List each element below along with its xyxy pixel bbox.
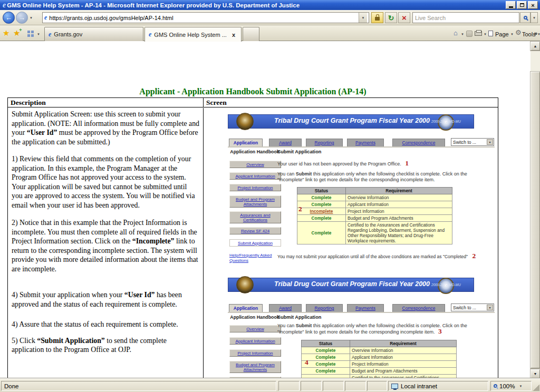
gms-nav-budget-attachments[interactable]: Budget and Program Attachments bbox=[229, 361, 281, 373]
description-paragraph: 1) Review this field that comments on th… bbox=[12, 154, 199, 210]
zoom-dropdown-icon[interactable]: ▼ bbox=[519, 385, 522, 388]
status-cell: Complete bbox=[297, 215, 346, 222]
gms-tab-award[interactable]: Award bbox=[269, 304, 302, 312]
quick-tabs-dropdown-icon[interactable]: ▼ bbox=[37, 33, 40, 36]
print-icon[interactable] bbox=[475, 31, 482, 36]
tab-grants-gov[interactable]: e Grants.gov bbox=[44, 27, 143, 41]
chevron-down-icon[interactable]: ▼ bbox=[487, 139, 493, 145]
close-button[interactable]: × bbox=[528, 1, 538, 9]
security-lock-button[interactable] bbox=[371, 12, 383, 23]
description-paragraph: 5) Click “Submit Application” to send th… bbox=[12, 336, 199, 355]
home-dropdown-icon[interactable]: ▼ bbox=[461, 33, 464, 36]
doj-seal bbox=[236, 276, 254, 293]
computer-icon bbox=[391, 384, 398, 389]
history-dropdown-icon[interactable]: ▼ bbox=[30, 16, 33, 19]
gms-nav-applicant-information[interactable]: Applicant Information bbox=[229, 337, 281, 345]
gms-nav-budget-attachments[interactable]: Budget and Program Attachments bbox=[229, 195, 281, 208]
zoom-control[interactable]: 100% ▼ bbox=[490, 381, 532, 391]
scroll-down-icon[interactable]: ▼ bbox=[531, 369, 540, 378]
gms-tab-correspondence[interactable]: Correspondence bbox=[392, 139, 445, 146]
switch-to-select[interactable]: Switch to ...▼ bbox=[451, 138, 494, 146]
stop-button[interactable]: × bbox=[398, 12, 410, 23]
navigation-bar: ← → ▼ e https://grants.ojp.usdoj.gov/gms… bbox=[0, 10, 540, 25]
search-input[interactable]: Live Search bbox=[412, 12, 519, 23]
gms-nav-project-information[interactable]: Project Information bbox=[229, 184, 281, 191]
tools-menu[interactable]: Tools bbox=[522, 31, 536, 37]
gms-tab-award[interactable]: Award bbox=[269, 139, 302, 146]
scrollbar-thumb[interactable] bbox=[531, 72, 540, 368]
status-cell: Complete bbox=[297, 194, 346, 201]
status-segment bbox=[301, 381, 322, 391]
requirement-header: Requirement bbox=[346, 188, 452, 194]
gms-banner-title: Tribal Drug Court Grant Program Fiscal Y… bbox=[274, 117, 461, 124]
gms-tab-reporting[interactable]: Reporting bbox=[306, 304, 343, 312]
description-paragraph: Submit Application Screen: use this scre… bbox=[12, 110, 199, 146]
requirement-cell: Applicant Information bbox=[346, 201, 452, 208]
restore-button[interactable] bbox=[517, 1, 527, 9]
switch-to-select[interactable]: Switch to ...▼ bbox=[451, 303, 494, 311]
table-row: IncompleteProject Information bbox=[297, 208, 452, 215]
resize-grip[interactable] bbox=[532, 384, 539, 391]
tab-favicon-icon: e bbox=[49, 31, 51, 38]
gms-screenshot-1: Tribal Drug Court Grant Program Fiscal Y… bbox=[228, 114, 498, 272]
page-dropdown-icon[interactable]: ▼ bbox=[510, 33, 514, 36]
gms-tab-payments[interactable]: Payments bbox=[347, 304, 384, 312]
search-dropdown-button[interactable]: ▼ bbox=[531, 12, 538, 23]
url-text[interactable]: https://grants.ojp.usdoj.gov/gmsHelp/AP-… bbox=[49, 15, 359, 21]
screen-cell: Tribal Drug Court Grant Program Fiscal Y… bbox=[204, 108, 498, 392]
toolbar-chevron-icon[interactable]: » bbox=[534, 30, 537, 36]
minimize-button[interactable] bbox=[506, 1, 516, 9]
table-row: CompleteOverview Information bbox=[297, 194, 452, 201]
requirement-cell: Budget and Program Attachments bbox=[350, 368, 457, 375]
gms-tab-application[interactable]: Application bbox=[229, 304, 263, 312]
table-row: CompleteProject Information bbox=[302, 361, 457, 368]
address-bar[interactable]: e https://grants.ojp.usdoj.gov/gmsHelp/A… bbox=[42, 12, 369, 23]
tab-close-icon[interactable]: x bbox=[232, 32, 235, 38]
quick-tabs-icon[interactable] bbox=[27, 31, 34, 37]
gms-nav-submit-application[interactable]: Submit Application bbox=[229, 239, 281, 247]
scroll-up-icon[interactable]: ▲ bbox=[531, 42, 540, 51]
gms-nav-applicant-information[interactable]: Applicant Information bbox=[229, 172, 281, 180]
back-button[interactable]: ← bbox=[3, 12, 15, 24]
table-row: CompleteCertified to the Assurances and … bbox=[297, 222, 452, 244]
application-handbook-label: Application Handbook bbox=[229, 149, 280, 154]
tab-gms-help[interactable]: e GMS Online Help System ... x bbox=[144, 27, 242, 42]
gms-nav-overview[interactable]: Overview bbox=[229, 325, 281, 332]
page-menu[interactable]: Page bbox=[495, 31, 509, 37]
favorites-star-icon[interactable]: ★ bbox=[3, 28, 9, 38]
tab-label: Grants.gov bbox=[54, 31, 82, 37]
annotation-2b: 2 bbox=[472, 252, 476, 260]
gms-nav-project-information[interactable]: Project Information bbox=[229, 349, 281, 357]
gms-nav-assurances-certifications[interactable]: Assurances and Certifications bbox=[229, 211, 281, 223]
annotation-1: 1 bbox=[405, 159, 409, 167]
search-button[interactable] bbox=[520, 12, 531, 23]
new-tab-stub[interactable] bbox=[243, 27, 259, 41]
search-placeholder: Live Search bbox=[415, 15, 446, 21]
gms-nav-overview[interactable]: Overview bbox=[229, 161, 281, 168]
tools-dropdown-icon[interactable]: ▼ bbox=[537, 33, 540, 36]
gms-tab-application[interactable]: Application bbox=[229, 139, 263, 146]
refresh-button[interactable]: ↻ bbox=[385, 12, 397, 23]
gms-tab-payments[interactable]: Payments bbox=[347, 139, 384, 146]
requirement-cell: Project Information bbox=[350, 361, 457, 368]
gear-icon: ⚙ bbox=[515, 29, 522, 36]
forward-button[interactable]: → bbox=[16, 12, 28, 24]
home-icon[interactable]: ⌂ bbox=[454, 30, 458, 37]
address-dropdown-button[interactable]: ▼ bbox=[359, 13, 367, 23]
feeds-icon[interactable] bbox=[466, 31, 472, 37]
gms-nav-review-sf424[interactable]: Review SF 424 bbox=[229, 227, 281, 234]
vertical-scrollbar[interactable]: ▲ ▼ bbox=[531, 42, 540, 378]
chevron-down-icon[interactable]: ▼ bbox=[487, 305, 493, 310]
table-row: CompleteOverview Information bbox=[302, 347, 457, 354]
help-faq-link[interactable]: Help/Frequently Asked Questions bbox=[229, 253, 277, 263]
gms-tab-reporting[interactable]: Reporting bbox=[306, 139, 343, 146]
requirement-cell: Overview Information bbox=[346, 194, 452, 201]
incomplete-link[interactable]: Incomplete bbox=[310, 209, 333, 214]
status-cell: Complete bbox=[302, 361, 350, 368]
gms-tab-correspondence[interactable]: Correspondence bbox=[392, 304, 445, 312]
add-favorite-icon[interactable]: ★+ bbox=[13, 28, 20, 38]
submit-application-heading: Submit Application bbox=[277, 315, 321, 320]
annotation-2: 2 bbox=[298, 207, 302, 212]
help-table: Description Screen Submit Application Sc… bbox=[7, 97, 498, 392]
print-dropdown-icon[interactable]: ▼ bbox=[484, 33, 487, 36]
